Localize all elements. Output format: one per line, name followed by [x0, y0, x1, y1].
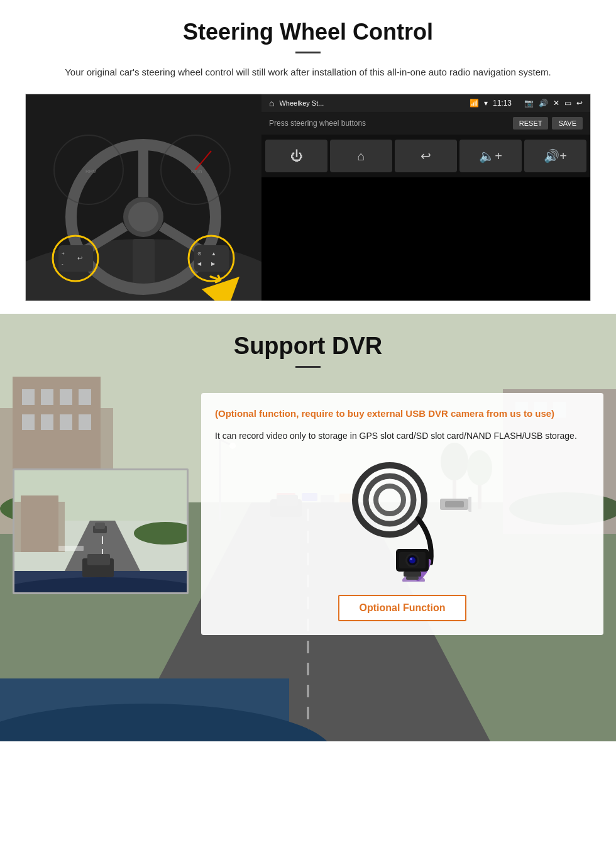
reset-button[interactable]: RESET	[513, 117, 549, 130]
svg-point-82	[376, 486, 404, 514]
svg-text:RPM: RPM	[85, 169, 97, 174]
dvr-inset-area	[13, 468, 189, 594]
steering-wheel-section: Steering Wheel Control Your original car…	[0, 0, 616, 314]
svg-point-91	[409, 557, 415, 563]
svg-point-92	[410, 558, 412, 560]
close-icon: ✕	[553, 99, 559, 108]
dvr-divider	[295, 366, 321, 368]
back-func-icon: ↩	[421, 148, 431, 163]
home-func-button[interactable]: ⌂	[330, 140, 392, 172]
back-nav-icon: ↩	[576, 99, 583, 108]
dvr-content-row: (Optional function, require to buy exter…	[0, 393, 616, 635]
window-icon: ▭	[564, 99, 571, 108]
svg-rect-74	[95, 523, 105, 529]
svg-text:↩: ↩	[77, 255, 82, 262]
dvr-info-card: (Optional function, require to buy exter…	[201, 393, 603, 635]
svg-rect-9	[58, 245, 93, 272]
optional-function-button[interactable]: Optional Function	[338, 595, 467, 621]
speaker-icon: 🔊	[539, 99, 548, 108]
steering-wheel-svg: + - ↩ ⊙ ▲ ◀ ▶ ➜ RPM km/h	[26, 94, 261, 301]
app-title: Wheelkey St...	[279, 99, 465, 107]
dvr-title: Support DVR	[0, 333, 616, 360]
steering-wheel-photo: + - ↩ ⊙ ▲ ◀ ▶ ➜ RPM km/h	[26, 94, 261, 301]
dvr-product-image	[215, 453, 590, 585]
swc-subtitle: Your original car's steering wheel contr…	[25, 65, 591, 80]
home-icon: ⌂	[269, 98, 274, 108]
svg-rect-79	[87, 554, 110, 565]
svg-text:-: -	[62, 261, 63, 267]
camera-icon: 📷	[524, 99, 534, 108]
svg-rect-86	[468, 497, 471, 512]
instruction-text: Press steering wheel buttons	[269, 119, 366, 128]
vol-down-icon: 🔈+	[479, 148, 502, 163]
svg-text:+: +	[62, 251, 65, 257]
swc-demo-area: + - ↩ ⊙ ▲ ◀ ▶ ➜ RPM km/h	[25, 94, 591, 301]
svg-rect-93	[404, 572, 421, 577]
svg-rect-2	[133, 239, 155, 289]
power-icon: ⏻	[290, 149, 303, 163]
svg-rect-85	[445, 501, 464, 507]
function-buttons-row: ⏻ ⌂ ↩ 🔈+ 🔊+	[261, 135, 590, 177]
app-top-bar: ⌂ Wheelkey St... 📶 ▾ 11:13 📷 🔊 ✕ ▭ ↩	[261, 94, 590, 112]
swc-divider	[295, 52, 321, 53]
action-buttons: RESET SAVE	[513, 117, 583, 130]
dvr-title-area: Support DVR	[0, 314, 616, 374]
svg-text:◀: ◀	[197, 261, 202, 267]
back-func-button[interactable]: ↩	[395, 140, 457, 172]
signal-icon: 📶	[470, 99, 479, 108]
wifi-icon: ▾	[484, 99, 488, 108]
dvr-description: It can record video only to storage in G…	[215, 429, 590, 443]
svg-text:▲: ▲	[211, 251, 216, 257]
vol-down-button[interactable]: 🔈+	[459, 140, 522, 172]
dvr-camera-preview	[13, 468, 189, 594]
swc-app-screen: ⌂ Wheelkey St... 📶 ▾ 11:13 📷 🔊 ✕ ▭ ↩ Pre…	[261, 94, 590, 301]
dvr-camera-product-svg	[333, 456, 471, 582]
svg-text:⊙: ⊙	[197, 251, 202, 257]
svg-rect-71	[21, 495, 58, 552]
svg-rect-94	[406, 577, 419, 580]
optional-button-area: Optional Function	[215, 595, 590, 621]
instruction-bar: Press steering wheel buttons RESET SAVE	[261, 112, 590, 135]
svg-point-5	[128, 202, 158, 232]
swc-title: Steering Wheel Control	[25, 19, 591, 45]
vol-up-button[interactable]: 🔊+	[524, 140, 586, 172]
home-func-icon: ⌂	[357, 149, 365, 163]
svg-rect-72	[58, 546, 84, 551]
power-button[interactable]: ⏻	[265, 140, 327, 172]
dvr-section: Support DVR	[0, 314, 616, 741]
screen-empty-area	[261, 177, 590, 301]
vol-up-icon: 🔊+	[544, 148, 567, 163]
clock-display: 11:13	[493, 99, 512, 108]
save-button[interactable]: SAVE	[552, 117, 583, 130]
dvr-preview-svg	[14, 470, 189, 594]
svg-point-81	[366, 476, 414, 524]
dvr-optional-notice: (Optional function, require to buy exter…	[215, 407, 590, 421]
